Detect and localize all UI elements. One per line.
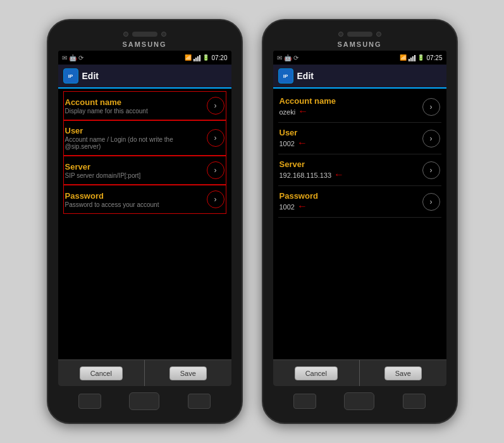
phone-1-screen: ✉ 🤖 ⟳ 📶 🔋 07:20 IP Edit (58, 51, 231, 386)
account-name-row-1[interactable]: Account name Display name for this accou… (63, 91, 226, 120)
server-row-2[interactable]: Server 192.168.115.133 ← › (278, 154, 441, 186)
account-name-value-2: ozeki (280, 108, 296, 116)
phone-1-top (58, 32, 231, 37)
account-name-arrow-1[interactable]: › (207, 97, 224, 115)
app-header-2: IP Edit (273, 65, 446, 89)
bottom-buttons-1: Cancel Save (58, 359, 231, 386)
phone-2: SAMSUNG ✉ 🤖 ⟳ 📶 🔋 07:25 I (262, 19, 458, 424)
home-button-2[interactable] (344, 392, 374, 410)
password-text-1: Password Password to access your account (65, 191, 203, 208)
signal-bar-2-4 (414, 55, 415, 61)
signal-bar-2-2 (410, 58, 412, 61)
speaker-2 (347, 32, 372, 37)
wifi-icon-2: 📶 (400, 54, 407, 61)
password-desc-1: Password to access your account (65, 201, 203, 208)
time-2: 07:25 (426, 54, 442, 61)
account-name-text-1: Account name Display name for this accou… (65, 97, 203, 115)
server-value-2: 192.168.115.133 (280, 172, 332, 179)
user-label-2: User (280, 128, 419, 137)
password-text-2: Password 1002 ← (280, 191, 419, 212)
server-label-2: Server (280, 159, 419, 169)
speaker (132, 32, 157, 37)
save-button-1[interactable]: Save (145, 360, 231, 386)
sync-icon: ⟳ (78, 54, 83, 61)
cancel-label-2: Cancel (295, 366, 338, 380)
time-1: 07:20 (211, 54, 227, 61)
status-right-2: 📶 🔋 07:25 (400, 54, 442, 61)
password-row-1[interactable]: Password Password to access your account… (63, 185, 226, 214)
server-text-2: Server 192.168.115.133 ← (280, 159, 419, 180)
user-row-1[interactable]: User Account name / Login (do not write … (63, 120, 226, 156)
red-arrow-server: ← (334, 169, 344, 180)
brand-label-1: SAMSUNG (122, 41, 166, 48)
signal-bar-4 (199, 55, 200, 61)
phone-2-top (273, 32, 446, 37)
password-label-1: Password (65, 191, 203, 201)
screen-content-1: Account name Display name for this accou… (58, 89, 231, 359)
status-left-1: ✉ 🤖 ⟳ (62, 54, 83, 61)
mail-icon: ✉ (62, 54, 67, 61)
server-text-1: Server SIP server domain/IP[:port] (65, 162, 203, 179)
phone-2-nav (273, 390, 446, 413)
status-bar-1: ✉ 🤖 ⟳ 📶 🔋 07:20 (58, 51, 231, 65)
menu-button-1[interactable] (78, 394, 101, 409)
back-button-1[interactable] (188, 394, 211, 409)
phone-2-screen: ✉ 🤖 ⟳ 📶 🔋 07:25 IP Edit (273, 51, 446, 386)
account-name-arrow-2[interactable]: › (422, 98, 440, 116)
red-arrow-account: ← (298, 106, 308, 117)
menu-button-2[interactable] (293, 394, 316, 409)
back-button-2[interactable] (403, 394, 426, 409)
cancel-label-1: Cancel (80, 366, 123, 380)
server-arrow-2[interactable]: › (422, 161, 440, 179)
android-status-icon: 🤖 (69, 54, 77, 61)
battery-icon-1: 🔋 (202, 54, 209, 61)
signal-bar-1 (194, 59, 195, 61)
app-title-2: Edit (297, 71, 314, 81)
save-button-2[interactable]: Save (360, 360, 446, 386)
account-name-row-2[interactable]: Account name ozeki ← › (278, 91, 441, 123)
account-name-desc-1: Display name for this account (65, 108, 203, 115)
account-name-text-2: Account name ozeki ← (280, 96, 419, 117)
password-arrow-1[interactable]: › (207, 190, 224, 208)
server-desc-1: SIP server domain/IP[:port] (65, 172, 203, 179)
home-button-1[interactable] (129, 392, 159, 410)
mail-icon-2: ✉ (277, 54, 282, 61)
signal-bars-2 (409, 54, 415, 61)
save-label-1: Save (169, 366, 207, 380)
user-value-2: 1002 (280, 140, 295, 147)
wifi-icon: 📶 (185, 54, 192, 61)
status-right-1: 📶 🔋 07:20 (185, 54, 227, 61)
app-header-1: IP Edit (58, 65, 231, 89)
user-label-1: User (65, 126, 203, 135)
camera-icon-2 (338, 32, 343, 37)
account-name-label-1: Account name (65, 97, 203, 107)
sensor-icon-2 (376, 32, 381, 37)
password-arrow-2[interactable]: › (422, 193, 440, 211)
status-left-2: ✉ 🤖 ⟳ (277, 54, 298, 61)
app-icon-2: IP (278, 68, 293, 84)
save-label-2: Save (384, 366, 422, 380)
user-arrow-1[interactable]: › (207, 129, 224, 147)
server-arrow-1[interactable]: › (207, 161, 224, 179)
user-arrow-2[interactable]: › (422, 130, 440, 147)
cancel-button-1[interactable]: Cancel (58, 360, 145, 386)
signal-bars-1 (194, 54, 200, 61)
phone-1-nav (58, 390, 231, 413)
camera-icon (123, 32, 128, 37)
password-row-2[interactable]: Password 1002 ← › (278, 186, 441, 218)
sync-icon-2: ⟳ (293, 54, 298, 61)
red-arrow-user: ← (297, 137, 307, 149)
server-row-1[interactable]: Server SIP server domain/IP[:port] › (63, 156, 226, 185)
account-name-label-2: Account name (280, 96, 419, 106)
red-arrow-password: ← (297, 201, 307, 212)
password-value-2: 1002 (280, 203, 295, 211)
user-text-2: User 1002 ← (280, 128, 419, 149)
screen-content-2: Account name ozeki ← › User 1002 ← (273, 89, 446, 359)
user-row-2[interactable]: User 1002 ← › (278, 123, 441, 154)
cancel-button-2[interactable]: Cancel (273, 360, 360, 386)
app-title-1: Edit (82, 71, 99, 81)
app-icon-1: IP (63, 68, 78, 84)
signal-bar-3 (197, 56, 199, 61)
sensor-icon (161, 32, 166, 37)
signal-bar-2-3 (412, 56, 414, 61)
